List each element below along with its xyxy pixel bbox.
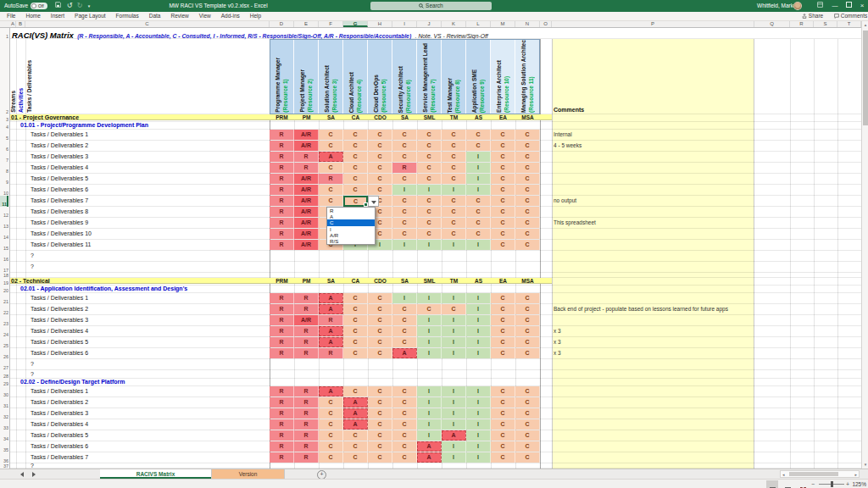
cell-F9[interactable]: R <box>319 174 343 184</box>
cell-C10[interactable]: Tasks / Deliverables 6 <box>31 185 88 195</box>
row-header-27[interactable]: 27 <box>0 359 8 370</box>
ribbon-display-options-icon[interactable] <box>814 0 826 12</box>
cell-N15[interactable]: C <box>515 240 540 250</box>
cell-I34[interactable]: C <box>392 430 417 441</box>
cell-F22[interactable]: A <box>319 304 343 314</box>
cell-N30[interactable]: C <box>515 386 540 396</box>
cell-I23[interactable]: C <box>392 315 417 325</box>
cell-M33[interactable]: C <box>491 419 515 430</box>
cell-H33[interactable]: C <box>368 419 392 430</box>
cell-I12[interactable]: C <box>392 207 417 217</box>
cell-E34[interactable]: R <box>294 430 319 441</box>
cell-L2-resource[interactable]: Application SME(Resource 9) <box>466 39 491 114</box>
cell-G7[interactable]: C <box>343 152 368 162</box>
cell-L10[interactable]: I <box>466 185 491 195</box>
cell-G6[interactable]: C <box>343 141 368 151</box>
cell-C32[interactable]: Tasks / Deliverables 3 <box>31 408 88 419</box>
cell-D14[interactable]: R <box>270 229 294 239</box>
row-header-34[interactable]: 34 <box>0 430 8 441</box>
cell-C33[interactable]: Tasks / Deliverables 4 <box>31 419 88 430</box>
cell-L36[interactable]: I <box>466 452 491 463</box>
cell-H35[interactable]: C <box>368 441 392 452</box>
cell-P5[interactable]: Internal <box>554 130 754 140</box>
cell-C2-tasks-deliverables[interactable]: Tasks / Deliverables <box>26 60 33 113</box>
cell-L19[interactable]: AS <box>466 278 491 284</box>
autosave-toggle[interactable]: Off <box>31 3 47 9</box>
cell-N14[interactable]: C <box>515 229 540 239</box>
undo-icon[interactable]: ↺ <box>64 0 75 12</box>
cell-J30[interactable]: I <box>417 386 442 396</box>
sheet-tab-version[interactable]: Version <box>212 469 285 479</box>
row-header-13[interactable]: 13 <box>0 218 8 229</box>
cell-F8[interactable]: C <box>319 163 343 173</box>
row-header-33[interactable]: 33 <box>0 419 8 430</box>
cell-J31[interactable]: I <box>417 397 442 408</box>
row-header-20[interactable]: 20 <box>0 286 8 293</box>
cell-F25[interactable]: A <box>319 337 343 347</box>
cell-H24[interactable]: C <box>368 326 392 336</box>
column-header-T[interactable]: T <box>837 21 861 27</box>
zoom-out-button[interactable]: − <box>811 480 815 488</box>
cell-M32[interactable]: C <box>491 408 515 419</box>
cell-E14[interactable]: A/R <box>294 229 319 239</box>
cell-M31[interactable]: C <box>491 397 515 408</box>
cell-G26[interactable]: C <box>343 348 368 358</box>
cell-J12[interactable]: C <box>417 207 442 217</box>
cell-J2-resource[interactable]: Service Management Lead(Resource 7) <box>417 39 442 114</box>
cell-L11[interactable]: C <box>466 196 491 206</box>
cell-M15[interactable]: C <box>491 240 515 250</box>
cell-E3[interactable]: PM <box>294 114 319 120</box>
row-header-23[interactable]: 23 <box>0 315 8 326</box>
cell-J7[interactable]: C <box>417 152 442 162</box>
cell-G5[interactable]: C <box>343 130 368 140</box>
cell-I9[interactable]: C <box>392 174 417 184</box>
cell-C9[interactable]: Tasks / Deliverables 5 <box>31 174 88 184</box>
cell-H19[interactable]: CDO <box>368 278 392 284</box>
cell-D25[interactable]: R <box>270 337 294 347</box>
cell-F23[interactable]: R <box>319 315 343 325</box>
ribbon-tab-page-layout[interactable]: Page Layout <box>70 12 111 20</box>
row-header-3[interactable]: 3 <box>0 114 8 122</box>
cell-M3[interactable]: EA <box>491 114 515 120</box>
cell-D34[interactable]: R <box>270 430 294 441</box>
cell-E23[interactable]: A/R <box>294 315 319 325</box>
row-header-26[interactable]: 26 <box>0 348 8 359</box>
cell-P25[interactable]: x 3 <box>554 337 754 347</box>
cell-K23[interactable]: I <box>442 315 466 325</box>
cell-D36[interactable]: R <box>270 452 294 463</box>
cell-N32[interactable]: C <box>515 408 540 419</box>
cell-M7[interactable]: C <box>491 152 515 162</box>
cell-D5[interactable]: R <box>270 130 294 140</box>
cell-H26[interactable]: C <box>368 348 392 358</box>
row-header-21[interactable]: 21 <box>0 293 8 304</box>
cell-I19[interactable]: SA <box>392 278 417 284</box>
cell-F33[interactable]: C <box>319 419 343 430</box>
cell-K11[interactable]: C <box>442 196 466 206</box>
cell-A19[interactable]: 02 - Technical <box>11 278 50 285</box>
cell-F5[interactable]: C <box>319 130 343 140</box>
cell-E35[interactable]: R <box>294 441 319 452</box>
cell-C8[interactable]: Tasks / Deliverables 4 <box>31 163 88 173</box>
cell-K31[interactable]: I <box>442 397 466 408</box>
cell-G21[interactable]: C <box>343 293 368 303</box>
cell-E26[interactable]: R <box>294 348 319 358</box>
cell-K3[interactable]: TM <box>442 114 466 120</box>
cell-K6[interactable]: C <box>442 141 466 151</box>
cell-G33[interactable]: A <box>343 419 368 430</box>
cell-C35[interactable]: Tasks / Deliverables 6 <box>31 441 88 452</box>
cell-M12[interactable]: C <box>491 207 515 217</box>
ribbon-tab-insert[interactable]: Insert <box>46 12 70 20</box>
cell-L32[interactable]: I <box>466 408 491 419</box>
cell-N2-resource[interactable]: Managing Solution Architect(Resource 11) <box>515 39 540 114</box>
column-header-R[interactable]: R <box>790 21 814 27</box>
cell-G34[interactable]: C <box>343 430 368 441</box>
cell-E24[interactable]: R <box>294 326 319 336</box>
cell-C36[interactable]: Tasks / Deliverables 7 <box>31 452 88 463</box>
cell-G30[interactable]: C <box>343 386 368 396</box>
cell-D30[interactable]: R <box>270 386 294 396</box>
cell-L12[interactable]: C <box>466 207 491 217</box>
cell-I30[interactable]: C <box>392 386 417 396</box>
cell-D9[interactable]: R <box>270 174 294 184</box>
cell-N36[interactable]: C <box>515 452 540 463</box>
cell-J15[interactable]: I <box>417 240 442 250</box>
